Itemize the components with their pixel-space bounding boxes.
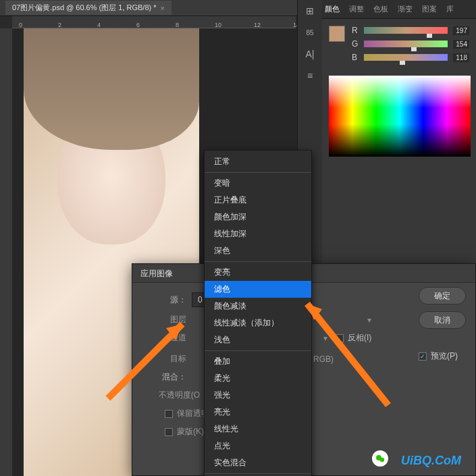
type-icon[interactable]: A| — [303, 47, 317, 61]
tab-adjust[interactable]: 调整 — [349, 4, 364, 14]
slider-g[interactable] — [364, 41, 448, 47]
watermark: UiBQ.CoM — [401, 454, 461, 468]
color-spectrum[interactable] — [329, 76, 471, 157]
annotation-arrow — [287, 290, 395, 412]
annotation-arrow — [101, 311, 203, 405]
svg-point-5 — [380, 458, 384, 462]
menu-item[interactable]: 线性光 — [205, 421, 311, 438]
slider-b-label: B — [352, 53, 359, 62]
menu-item[interactable]: 颜色加深 — [205, 209, 311, 226]
ruler-vertical — [0, 28, 12, 476]
slider-b[interactable] — [364, 54, 448, 61]
slider-b-value[interactable]: 118 — [453, 53, 469, 62]
cancel-button[interactable]: 取消 — [419, 311, 466, 329]
menu-item[interactable]: 实色混合 — [205, 454, 311, 471]
source-label: 源： — [144, 294, 192, 306]
menu-separator — [205, 261, 311, 262]
menu-item[interactable]: 点光 — [205, 438, 311, 454]
menu-item[interactable]: 深色 — [205, 242, 311, 259]
panel-tabs: 颜色 调整 色板 渐变 图案 库 — [298, 0, 476, 19]
svg-line-0 — [307, 304, 388, 405]
ok-button[interactable]: 确定 — [419, 287, 466, 305]
tab-swatches[interactable]: 色板 — [373, 4, 388, 14]
paragraph-icon[interactable]: ≡ — [303, 69, 317, 82]
menu-separator — [205, 172, 311, 173]
menu-separator — [205, 473, 311, 474]
svg-line-2 — [108, 324, 182, 398]
tab-library[interactable]: 库 — [446, 4, 454, 14]
grid-icon[interactable]: ⊞ — [303, 4, 317, 18]
document-tab[interactable]: 07图片偏黄.psd @ 60.6% (图层 1, RGB/8) * × — [5, 1, 171, 15]
menu-item[interactable]: 变亮 — [205, 264, 311, 281]
slider-r-label: R — [352, 26, 359, 35]
menu-item[interactable]: 正片叠底 — [205, 192, 311, 209]
close-icon[interactable]: × — [161, 4, 165, 12]
tab-title: 07图片偏黄.psd @ 60.6% (图层 1, RGB/8) * — [12, 3, 157, 13]
value-icon[interactable]: 85 — [303, 26, 317, 39]
foreground-swatch[interactable] — [329, 26, 345, 42]
ruler-horizontal: 0 2 4 6 8 10 12 14 — [12, 16, 296, 28]
menu-item[interactable]: 线性加深 — [205, 226, 311, 242]
menu-item[interactable]: 正常 — [205, 153, 311, 170]
menu-item[interactable]: 变暗 — [205, 175, 311, 192]
slider-g-value[interactable]: 154 — [453, 40, 469, 49]
wechat-icon — [372, 450, 388, 467]
tab-gradient[interactable]: 渐变 — [398, 4, 413, 14]
slider-r[interactable] — [364, 27, 448, 34]
rgb-sliders: R 197 G 154 B 118 — [298, 19, 476, 73]
preview-checkbox[interactable]: 预览(P) — [419, 350, 466, 362]
tab-pattern[interactable]: 图案 — [422, 4, 437, 14]
tab-color[interactable]: 颜色 — [325, 4, 340, 14]
slider-g-label: G — [352, 39, 359, 49]
slider-r-value[interactable]: 197 — [453, 26, 469, 35]
